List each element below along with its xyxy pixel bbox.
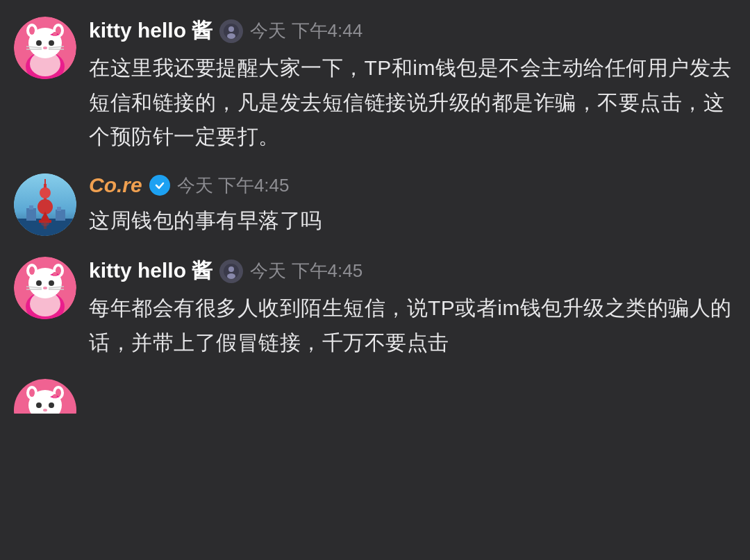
message-header: kitty hello 酱 今天 下午4:44	[89, 17, 736, 45]
svg-point-10	[43, 46, 47, 49]
svg-point-55	[53, 272, 57, 276]
message-text: 在这里我还要提醒大家一下，TP和im钱包是不会主动给任何用户发去短信和链接的，凡…	[89, 51, 736, 154]
avatar	[14, 17, 76, 79]
svg-point-36	[41, 221, 49, 226]
user-badge-icon	[219, 19, 243, 43]
svg-point-72	[53, 394, 57, 398]
svg-rect-33	[56, 210, 65, 221]
message-header: Co.re 今天 下午4:45	[89, 173, 736, 198]
svg-point-58	[227, 273, 235, 279]
svg-point-69	[43, 409, 47, 411]
avatar	[14, 257, 76, 319]
message-content: kitty hello 酱 今天 下午4:44 在这里我还要提醒大家一下，TP和…	[89, 17, 736, 154]
svg-point-6	[29, 26, 35, 35]
svg-point-46	[36, 280, 42, 286]
svg-rect-30	[44, 179, 46, 186]
svg-point-17	[53, 32, 57, 36]
username: kitty hello 酱	[89, 17, 212, 45]
timestamp: 今天 下午4:44	[250, 19, 362, 43]
message-row: Co.re 今天 下午4:45 这周钱包的事有早落了吗	[14, 173, 736, 238]
svg-point-37	[153, 178, 167, 192]
svg-point-26	[40, 187, 51, 198]
message-row: kitty hello 酱 今天 下午4:44 在这里我还要提醒大家一下，TP和…	[14, 17, 736, 154]
message-text: 每年都会有很多人收到陌生短信，说TP或者im钱包升级之类的骗人的话，并带上了假冒…	[89, 291, 736, 359]
svg-point-47	[49, 280, 54, 286]
message-row-partial	[14, 379, 736, 414]
svg-rect-34	[57, 207, 61, 211]
verified-badge-icon	[149, 175, 170, 196]
timestamp: 今天 下午4:45	[177, 173, 290, 198]
svg-point-65	[29, 389, 35, 397]
avatar-partial	[14, 379, 76, 414]
timestamp: 今天 下午4:45	[250, 259, 362, 283]
svg-rect-32	[29, 205, 33, 210]
svg-point-68	[49, 402, 54, 408]
chat-container: kitty hello 酱 今天 下午4:44 在这里我还要提醒大家一下，TP和…	[0, 0, 750, 430]
svg-point-9	[49, 40, 54, 46]
user-badge-icon	[219, 260, 243, 283]
svg-point-57	[228, 266, 234, 272]
svg-point-19	[228, 26, 234, 32]
svg-point-48	[43, 287, 47, 289]
username: Co.re	[89, 173, 142, 197]
message-row: kitty hello 酱 今天 下午4:45 每年都会有很多人收到陌生短信，说…	[14, 257, 736, 359]
svg-point-44	[29, 266, 35, 275]
message-text: 这周钱包的事有早落了吗	[89, 203, 736, 238]
svg-point-67	[36, 402, 42, 408]
message-content: kitty hello 酱 今天 下午4:45 每年都会有很多人收到陌生短信，说…	[89, 257, 736, 359]
message-content: Co.re 今天 下午4:45 这周钱包的事有早落了吗	[89, 173, 736, 238]
svg-point-20	[227, 33, 235, 39]
svg-rect-31	[26, 208, 36, 221]
username: kitty hello 酱	[89, 257, 212, 285]
avatar	[14, 173, 76, 236]
message-header: kitty hello 酱 今天 下午4:45	[89, 257, 736, 285]
svg-point-8	[36, 40, 42, 46]
